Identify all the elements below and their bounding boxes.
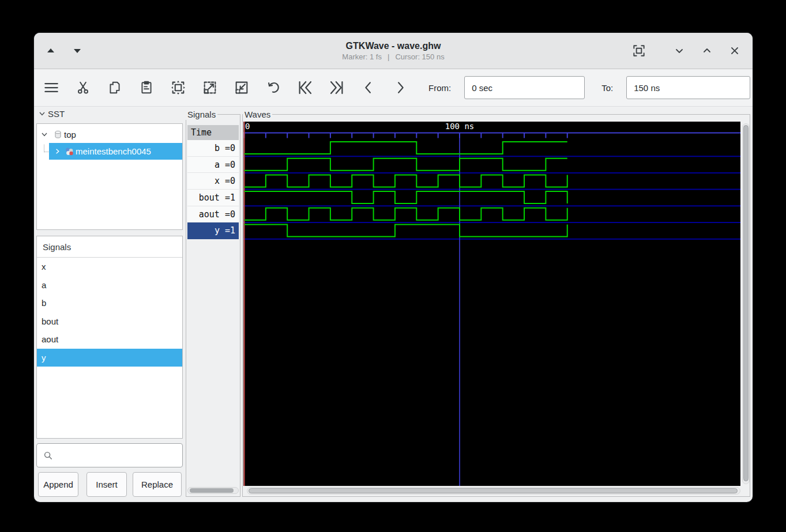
magnifier-icon <box>43 450 53 461</box>
cylinder-icon <box>51 130 64 139</box>
waveform-b <box>245 142 567 154</box>
tree-item-label: meintestbench0045 <box>76 146 151 156</box>
wave-name-b[interactable]: b =0 <box>187 140 239 157</box>
wave-name-bout[interactable]: bout =1 <box>187 190 239 206</box>
window-status: Marker: 1 fs | Cursor: 150 ns <box>342 52 444 61</box>
to-end-icon <box>328 79 345 96</box>
to-end-button[interactable] <box>325 76 348 99</box>
wave-display[interactable]: 0100 ns <box>243 122 740 486</box>
zoom-undo-icon <box>265 80 281 96</box>
to-input[interactable] <box>626 76 750 99</box>
scrollbar-thumb[interactable] <box>743 125 749 481</box>
fullscreen-icon <box>631 43 646 58</box>
status-cursor: Cursor: 150 ns <box>395 52 444 61</box>
zoom-out-button[interactable] <box>230 76 253 99</box>
waveform-canvas: 0100 ns <box>243 122 740 486</box>
list-item-y[interactable]: y <box>37 349 182 367</box>
titlebar-down-button[interactable] <box>69 42 86 59</box>
menu-button[interactable] <box>40 76 63 99</box>
search-input[interactable] <box>57 443 182 467</box>
scrollbar-thumb[interactable] <box>249 488 738 493</box>
copy-icon <box>107 80 122 95</box>
wave-name-aout[interactable]: aout =0 <box>187 206 239 223</box>
copy-button[interactable] <box>103 76 126 99</box>
from-input[interactable] <box>464 76 585 99</box>
titlebar-up-button[interactable] <box>42 42 59 59</box>
sst-tree: top meintestbench0045 <box>36 123 183 230</box>
cut-icon <box>76 80 91 95</box>
status-separator: | <box>388 52 389 61</box>
sst-frame-label[interactable]: SST <box>36 108 66 119</box>
append-button[interactable]: Append <box>38 472 78 497</box>
minimize-icon <box>672 44 686 58</box>
signals-frame-label: Signals <box>186 108 217 120</box>
tree-item-label: top <box>64 130 76 139</box>
from-label: From: <box>428 83 451 93</box>
menu-icon <box>43 79 60 96</box>
list-item-aout[interactable]: aout <box>37 330 182 349</box>
zoom-out-icon <box>234 80 250 96</box>
maximize-button[interactable] <box>698 42 716 59</box>
tree-item-testbench[interactable]: meintestbench0045 <box>49 143 182 160</box>
chevron-down-icon <box>38 110 46 118</box>
gtkwave-window: GTKWave - wave.ghw Marker: 1 fs | Cursor… <box>34 33 753 502</box>
replace-button[interactable]: Replace <box>133 472 182 497</box>
waves-vertical-scrollbar[interactable] <box>742 123 750 484</box>
signal-search[interactable] <box>36 443 183 467</box>
svg-text:100 ns: 100 ns <box>445 122 475 131</box>
waveform-aout <box>245 208 567 220</box>
wave-name-x[interactable]: x =0 <box>187 173 239 190</box>
triangle-down-icon <box>70 44 84 58</box>
expander-chevron-right-icon[interactable] <box>51 148 63 155</box>
status-marker: Marker: 1 fs <box>342 52 382 61</box>
expander-chevron-down-icon[interactable] <box>37 130 51 138</box>
to-label: To: <box>601 83 613 93</box>
cut-button[interactable] <box>72 76 95 99</box>
close-icon <box>728 44 742 58</box>
time-header[interactable]: Time <box>187 125 239 140</box>
zoom-undo-button[interactable] <box>262 76 285 99</box>
zoom-fit-icon <box>170 80 186 96</box>
wave-name-rows: b =0 a =0 x =0 bout =1 aout =0 y =1 <box>187 140 239 239</box>
waveform-a <box>245 159 567 171</box>
paste-icon <box>139 80 154 95</box>
waveform-x <box>245 175 567 187</box>
signal-buttons: Append Insert Replace <box>34 472 184 497</box>
list-item-a[interactable]: a <box>37 276 182 295</box>
svg-text:0: 0 <box>245 122 250 131</box>
paste-button[interactable] <box>135 76 158 99</box>
list-item-x[interactable]: x <box>37 258 182 276</box>
step-forward-button[interactable] <box>389 76 412 99</box>
titlebar[interactable]: GTKWave - wave.ghw Marker: 1 fs | Cursor… <box>34 33 753 69</box>
zoom-fit-button[interactable] <box>167 76 190 99</box>
step-back-button[interactable] <box>357 76 380 99</box>
minimize-button[interactable] <box>671 42 688 59</box>
waves-horizontal-scrollbar[interactable] <box>247 487 740 495</box>
triangle-up-icon <box>44 44 58 58</box>
zoom-in-icon <box>202 80 218 96</box>
list-item-bout[interactable]: bout <box>37 312 182 331</box>
to-start-icon <box>296 79 314 96</box>
wave-name-y[interactable]: y =1 <box>187 222 239 239</box>
fullscreen-button[interactable] <box>630 42 648 59</box>
to-start-button[interactable] <box>294 76 317 99</box>
zoom-in-button[interactable] <box>198 76 221 99</box>
insert-button[interactable]: Insert <box>87 472 127 497</box>
waveform-y <box>245 225 567 237</box>
signal-list: Signals x a b bout aout y <box>36 236 183 439</box>
signal-list-header: Signals <box>37 236 182 258</box>
maximize-icon <box>700 44 714 58</box>
waves-frame-label: Waves <box>243 108 272 120</box>
scrollbar-thumb[interactable] <box>190 488 234 493</box>
names-horizontal-scrollbar[interactable] <box>187 487 239 494</box>
wave-name-a[interactable]: a =0 <box>187 157 239 173</box>
tree-item-top[interactable]: top <box>37 126 182 142</box>
toolbar: From: To: <box>34 69 753 107</box>
module-spheres-icon <box>63 146 76 157</box>
close-button[interactable] <box>726 42 743 59</box>
list-item-b[interactable]: b <box>37 294 182 312</box>
step-back-icon <box>360 80 377 96</box>
step-forward-icon <box>392 80 408 96</box>
window-title: GTKWave - wave.ghw <box>346 40 441 51</box>
waveform-bout <box>245 191 567 203</box>
